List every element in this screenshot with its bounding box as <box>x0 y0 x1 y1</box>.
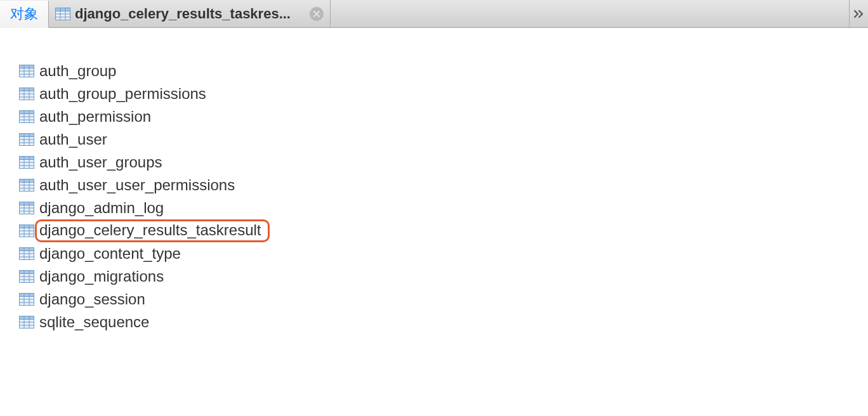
tab-file-label: django_celery_results_taskres... <box>75 6 291 22</box>
table-icon <box>19 110 34 123</box>
table-name-label: django_celery_results_taskresult <box>39 223 261 238</box>
table-name-label: auth_group <box>39 63 116 79</box>
list-item[interactable]: auth_user_user_permissions <box>19 174 868 197</box>
table-list: auth_groupauth_group_permissionsauth_per… <box>19 60 868 334</box>
tab-objects[interactable]: 对象 <box>0 1 49 28</box>
table-icon <box>19 247 34 260</box>
table-icon <box>19 133 34 146</box>
table-name-label: auth_permission <box>39 109 151 124</box>
table-icon <box>19 293 34 306</box>
list-item[interactable]: auth_permission <box>19 105 868 128</box>
tab-bar: 对象 django_celery_results_taskres... <box>0 0 868 28</box>
list-item[interactable]: auth_user_groups <box>19 151 868 174</box>
table-icon <box>19 270 34 283</box>
table-icon <box>19 156 34 169</box>
table-name-label: auth_user_groups <box>39 155 162 170</box>
table-name-label: django_content_type <box>39 246 181 261</box>
highlighted-item: django_celery_results_taskresult <box>35 219 270 242</box>
table-name-label: django_migrations <box>39 269 164 284</box>
list-item[interactable]: django_content_type <box>19 242 868 265</box>
content-area: auth_groupauth_group_permissionsauth_per… <box>0 28 868 334</box>
table-name-label: django_admin_log <box>39 200 164 216</box>
table-icon <box>19 88 34 100</box>
tab-overflow-button[interactable] <box>849 0 868 27</box>
list-item[interactable]: django_celery_results_taskresult <box>19 219 868 242</box>
table-name-label: django_session <box>39 292 145 307</box>
list-item[interactable]: django_session <box>19 288 868 311</box>
table-name-label: auth_group_permissions <box>39 86 206 101</box>
table-icon <box>19 179 34 192</box>
table-icon <box>55 8 70 20</box>
close-icon[interactable] <box>310 7 324 21</box>
list-item[interactable]: django_admin_log <box>19 197 868 219</box>
table-name-label: auth_user <box>39 132 107 147</box>
list-item[interactable]: sqlite_sequence <box>19 311 868 334</box>
tab-objects-label: 对象 <box>10 4 38 23</box>
table-icon <box>19 65 34 77</box>
table-icon <box>19 316 34 328</box>
table-icon <box>19 224 34 237</box>
table-name-label: auth_user_user_permissions <box>39 178 235 193</box>
tab-file[interactable]: django_celery_results_taskres... <box>49 0 331 27</box>
list-item[interactable]: auth_group_permissions <box>19 82 868 105</box>
list-item[interactable]: auth_user <box>19 128 868 151</box>
table-icon <box>19 202 34 214</box>
table-name-label: sqlite_sequence <box>39 315 149 330</box>
tab-spacer <box>331 0 849 27</box>
list-item[interactable]: auth_group <box>19 60 868 82</box>
list-item[interactable]: django_migrations <box>19 265 868 288</box>
